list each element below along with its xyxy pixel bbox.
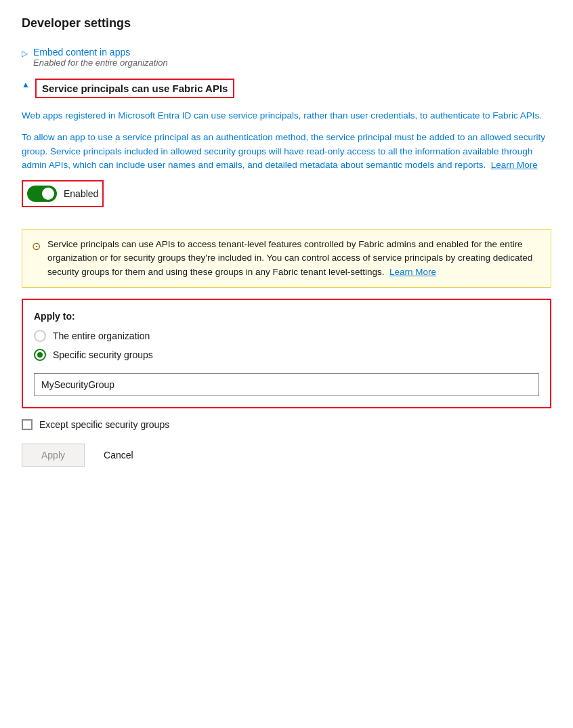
embed-content-text: Embed content in apps Enabled for the en…: [33, 47, 168, 68]
learn-more-link-2[interactable]: Learn More: [389, 267, 436, 277]
except-section: Except specific security groups: [22, 419, 551, 430]
radio-entire-org[interactable]: The entire organization: [34, 330, 539, 342]
embed-chevron-icon: ▷: [22, 49, 28, 58]
description-1: Web apps registered in Microsoft Entra I…: [22, 109, 551, 123]
radio-entire-org-label: The entire organization: [53, 330, 150, 341]
service-principals-title-box: Service principals can use Fabric APIs: [35, 79, 235, 98]
warning-icon: ⊙: [32, 238, 41, 279]
radio-specific-groups-label: Specific security groups: [53, 349, 153, 360]
warning-box: ⊙ Service principals can use APIs to acc…: [22, 229, 551, 288]
description-2: To allow an app to use a service princip…: [22, 131, 551, 172]
service-principals-section: ▲ Service principals can use Fabric APIs…: [22, 79, 551, 467]
radio-entire-org-circle[interactable]: [34, 330, 46, 342]
apply-to-section: Apply to: The entire organization Specif…: [22, 299, 551, 408]
learn-more-link-1[interactable]: Learn More: [491, 160, 538, 170]
apply-button[interactable]: Apply: [22, 444, 85, 467]
service-principals-title: Service principals can use Fabric APIs: [42, 83, 228, 94]
toggle-container: Enabled: [22, 180, 551, 218]
embed-content-label: Embed content in apps: [33, 47, 168, 58]
toggle-row[interactable]: Enabled: [22, 180, 104, 207]
toggle-label: Enabled: [64, 188, 98, 199]
action-buttons: Apply Cancel: [22, 444, 551, 467]
page-title: Developer settings: [22, 16, 551, 30]
security-group-input[interactable]: [34, 373, 539, 396]
embed-content-subtitle: Enabled for the entire organization: [33, 58, 168, 68]
except-label: Except specific security groups: [39, 419, 169, 430]
embed-content-toggle[interactable]: ▷ Embed content in apps Enabled for the …: [22, 44, 551, 70]
radio-specific-groups-circle[interactable]: [34, 349, 46, 361]
embed-content-section: ▷ Embed content in apps Enabled for the …: [22, 44, 551, 70]
cancel-button[interactable]: Cancel: [96, 444, 142, 466]
warning-text: Service principals can use APIs to acces…: [47, 238, 541, 279]
toggle-thumb: [42, 188, 54, 200]
service-principals-header: ▲ Service principals can use Fabric APIs: [22, 79, 551, 98]
apply-to-label: Apply to:: [34, 311, 539, 322]
service-principals-chevron-icon: ▲: [22, 80, 30, 89]
except-checkbox[interactable]: [22, 419, 33, 430]
enabled-toggle[interactable]: [27, 186, 57, 202]
radio-specific-groups[interactable]: Specific security groups: [34, 349, 539, 361]
